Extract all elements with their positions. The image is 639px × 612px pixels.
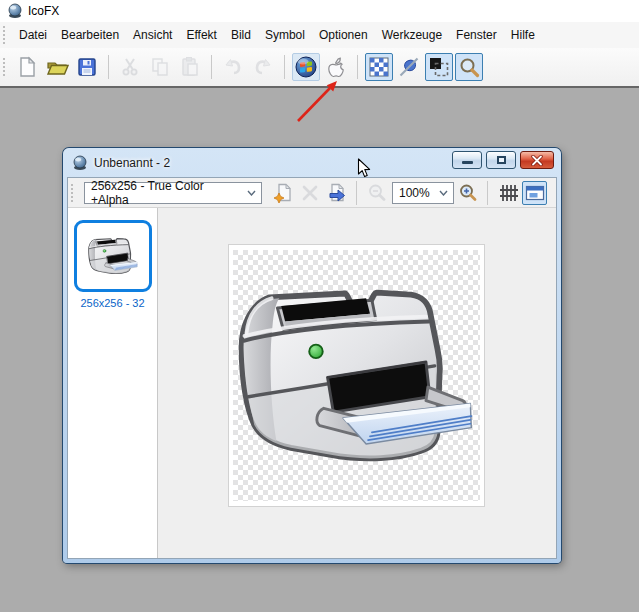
menu-ansicht[interactable]: Ansicht	[127, 25, 178, 45]
open-file-button[interactable]	[43, 53, 71, 81]
delete-image-button[interactable]	[297, 181, 322, 205]
save-button[interactable]	[73, 53, 101, 81]
zoom-select[interactable]: 100%	[392, 182, 454, 204]
close-button[interactable]	[520, 151, 554, 169]
document-toolbar-separator	[356, 181, 357, 205]
matte-toggle-button[interactable]	[395, 53, 423, 81]
undo-button[interactable]	[219, 53, 247, 81]
selection-toggle-button[interactable]	[425, 53, 453, 81]
redo-arrow-icon	[251, 55, 275, 79]
grid-icon	[497, 182, 519, 204]
transparency-checkerboard	[233, 250, 480, 501]
minimize-icon	[462, 161, 473, 164]
menubar: Datei Bearbeiten Ansicht Effekt Bild Sym…	[0, 22, 639, 48]
save-floppy-icon	[75, 55, 99, 79]
magnifier-toggle-button[interactable]	[455, 53, 483, 81]
transparency-checker-icon	[368, 56, 390, 78]
menu-effekt[interactable]: Effekt	[180, 25, 222, 45]
pattern-slash-icon	[397, 55, 421, 79]
icofx-logo-icon	[7, 3, 23, 19]
menubar-gripper[interactable]	[3, 26, 8, 44]
mouse-cursor	[357, 158, 371, 179]
document-icofx-icon	[72, 155, 88, 171]
cut-scissors-icon	[118, 55, 142, 79]
copy-button[interactable]	[146, 53, 174, 81]
chevron-down-icon	[433, 190, 448, 196]
cut-button[interactable]	[116, 53, 144, 81]
redo-button[interactable]	[249, 53, 277, 81]
document-title: Unbenannt - 2	[94, 156, 170, 170]
printer-image	[233, 250, 480, 501]
new-file-icon	[15, 55, 39, 79]
document-window[interactable]: Unbenannt - 2 256x256 - True Color +Alph…	[63, 148, 561, 563]
format-select-value: 256x256 - True Color +Alpha	[91, 179, 241, 207]
export-image-icon	[326, 182, 348, 204]
zoom-in-button[interactable]	[455, 181, 480, 205]
toolbar-separator	[211, 55, 212, 79]
restore-icon	[497, 156, 506, 164]
menu-hilfe[interactable]: Hilfe	[505, 25, 541, 45]
icofx-app: { "app": { "title": "IcoFX" }, "menu": {…	[0, 0, 639, 612]
canvas-area	[158, 208, 556, 558]
menu-datei[interactable]: Datei	[13, 25, 53, 45]
magnifier-icon	[458, 56, 480, 78]
menu-bearbeiten[interactable]: Bearbeiten	[55, 25, 125, 45]
toolbar-separator	[108, 55, 109, 79]
preview-window-icon	[524, 182, 546, 204]
document-toolbar: 256x256 - True Color +Alpha	[68, 178, 556, 208]
zoom-out-icon	[366, 182, 388, 204]
thumbnail-label: 256x256 - 32	[68, 297, 157, 309]
delete-image-icon	[299, 182, 321, 204]
preview-toggle-button[interactable]	[522, 181, 547, 205]
toolbar-gripper[interactable]	[3, 58, 8, 76]
zoom-out-button[interactable]	[364, 181, 389, 205]
document-content: 256x256 - 32	[68, 208, 556, 558]
paste-clipboard-icon	[178, 55, 202, 79]
close-icon	[531, 155, 543, 166]
menu-werkzeuge[interactable]: Werkzeuge	[376, 25, 448, 45]
open-folder-icon	[45, 55, 69, 79]
zoom-select-value: 100%	[399, 186, 430, 200]
annotation-red-arrow	[288, 74, 346, 130]
printer-thumbnail	[87, 230, 139, 282]
transparency-toggle-button[interactable]	[365, 53, 393, 81]
app-title: IcoFX	[28, 4, 59, 18]
image-canvas[interactable]	[228, 244, 485, 507]
image-list-panel: 256x256 - 32	[68, 208, 158, 558]
document-toolbar-separator	[487, 181, 488, 205]
minimize-button[interactable]	[452, 151, 482, 169]
document-titlebar[interactable]: Unbenannt - 2	[67, 148, 557, 177]
app-titlebar: IcoFX	[0, 0, 639, 22]
new-image-icon	[272, 182, 294, 204]
menu-symbol[interactable]: Symbol	[259, 25, 311, 45]
undo-arrow-icon	[221, 55, 245, 79]
toolbar-separator	[357, 55, 358, 79]
window-buttons	[452, 151, 554, 169]
new-file-button[interactable]	[13, 53, 41, 81]
format-select[interactable]: 256x256 - True Color +Alpha	[84, 182, 262, 204]
restore-button[interactable]	[486, 151, 516, 169]
paste-button[interactable]	[176, 53, 204, 81]
new-image-button[interactable]	[270, 181, 295, 205]
menu-bild[interactable]: Bild	[225, 25, 257, 45]
mdi-workspace: Unbenannt - 2 256x256 - True Color +Alph…	[0, 88, 639, 612]
document-toolbar-gripper[interactable]	[71, 184, 76, 202]
export-image-button[interactable]	[324, 181, 349, 205]
copy-pages-icon	[148, 55, 172, 79]
chevron-down-icon	[241, 190, 256, 196]
menu-optionen[interactable]: Optionen	[313, 25, 374, 45]
grid-toggle-button[interactable]	[495, 181, 520, 205]
toolbar-separator	[284, 55, 285, 79]
image-thumbnail-selected[interactable]	[74, 220, 152, 292]
document-body: 256x256 - True Color +Alpha	[67, 177, 557, 559]
menu-fenster[interactable]: Fenster	[450, 25, 503, 45]
selection-frame-icon	[428, 56, 450, 78]
zoom-in-icon	[457, 182, 479, 204]
